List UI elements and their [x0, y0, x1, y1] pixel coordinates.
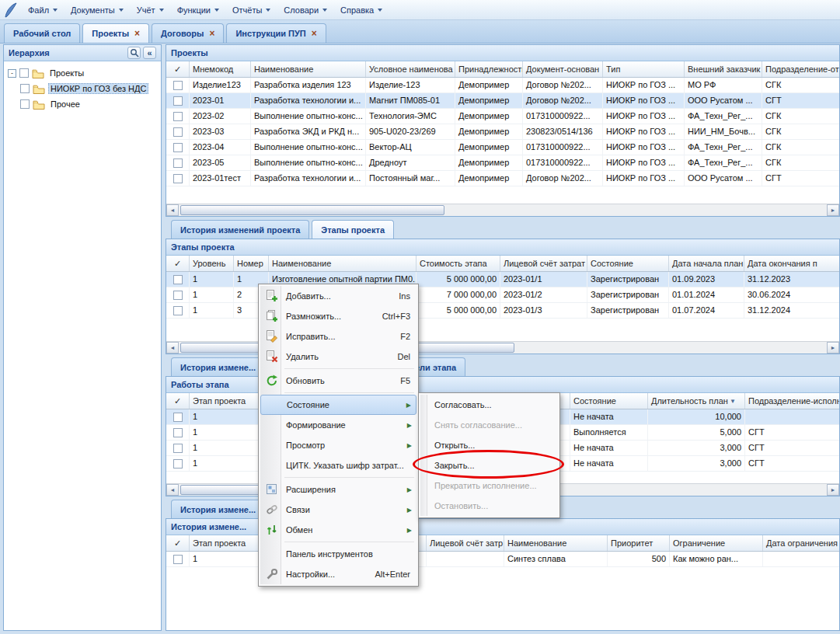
row-checkbox[interactable]	[173, 291, 183, 300]
menu-item-edit[interactable]: Исправить...F2	[260, 326, 417, 347]
select-all-header[interactable]: ✓	[166, 535, 190, 551]
column-header-внешний-заказчик[interactable]: Внешний заказчик	[685, 61, 762, 77]
tab-проекты[interactable]: Проекты×	[82, 23, 149, 43]
tree-node-проекты[interactable]: -Проекты	[4, 65, 161, 81]
scroll-left-button[interactable]: ◄	[166, 204, 179, 216]
column-header-приоритет[interactable]: Приоритет	[608, 535, 670, 551]
collapse-toggle-icon[interactable]: -	[8, 69, 16, 78]
tree-node-прочее[interactable]: Прочее	[4, 96, 161, 112]
table-row[interactable]: 2023-02Выполнение опытно-конс...Технолог…	[166, 109, 839, 124]
column-header-стоимость-этапа[interactable]: Стоимость этапа	[417, 256, 500, 271]
scroll-right-button[interactable]: ►	[827, 204, 839, 216]
table-row[interactable]: 2023-03Разработка ЭКД и РКД н...905-U020…	[166, 124, 839, 140]
menu-item-settings[interactable]: Настройки...Alt+Enter	[260, 564, 417, 584]
column-header-дата-ограничения[interactable]: Дата ограничения	[763, 535, 839, 551]
menubar-item-учёт[interactable]: Учёт	[131, 2, 170, 18]
select-all-header[interactable]: ✓	[166, 256, 190, 271]
row-checkbox[interactable]	[173, 306, 183, 315]
column-header-дата-начала-план[interactable]: Дата начала план	[669, 256, 744, 271]
scroll-track[interactable]	[179, 204, 827, 216]
column-header-дата-окончания-п[interactable]: Дата окончания п	[744, 256, 839, 271]
menubar-item-функции[interactable]: Функции	[171, 2, 225, 18]
column-header-наименование[interactable]: Наименование	[269, 256, 417, 271]
menu-item-add[interactable]: Добавить...Ins	[260, 286, 417, 306]
scroll-right-button[interactable]: ►	[827, 484, 839, 496]
row-checkbox[interactable]	[173, 413, 183, 422]
row-checkbox[interactable]	[173, 143, 183, 152]
menu-item-open[interactable]: Открыть...	[420, 435, 558, 455]
row-checkbox[interactable]	[173, 96, 183, 106]
tree-checkbox[interactable]	[19, 68, 29, 78]
menu-item-close[interactable]: Закрыть...	[420, 455, 558, 476]
column-header-этап-проекта[interactable]: Этап проекта	[190, 535, 260, 551]
tab-договоры[interactable]: Договоры×	[152, 23, 224, 43]
menubar-item-документы[interactable]: Документы	[64, 2, 130, 18]
tab-история-измене[interactable]: История измене...	[171, 357, 265, 376]
scroll-right-button[interactable]: ►	[827, 342, 839, 354]
column-header-подразделение-от[interactable]: Подразделение-от	[762, 61, 839, 77]
close-tab-icon[interactable]: ×	[134, 30, 140, 37]
row-checkbox[interactable]	[173, 444, 183, 453]
tab-рабочий-стол[interactable]: Рабочий стол	[4, 23, 80, 43]
column-header-состояние[interactable]: Состояние	[570, 393, 648, 409]
column-header-принадлежность[interactable]: Принадлежность	[455, 61, 523, 77]
select-all-header[interactable]: ✓	[166, 61, 190, 77]
column-header-этап-проекта[interactable]: Этап проекта	[190, 393, 260, 409]
tree-checkbox[interactable]	[20, 99, 30, 109]
column-header-наименование[interactable]: Наименование	[504, 535, 608, 551]
menu-item-delete[interactable]: УдалитьDel	[260, 347, 417, 367]
tab-этапы-проекта[interactable]: Этапы проекта	[312, 220, 394, 239]
menubar-item-справка[interactable]: Справка	[334, 2, 389, 18]
row-checkbox[interactable]	[173, 459, 183, 469]
column-header-документ-основан[interactable]: Документ-основан	[523, 61, 603, 77]
scroll-left-button[interactable]: ◄	[166, 484, 179, 496]
table-row[interactable]: 2023-01тестРазработка технологии и...Пос…	[166, 171, 839, 186]
menu-item-view[interactable]: Просмотр▶	[260, 435, 417, 455]
column-header-условное-наименова[interactable]: Условное наименова	[366, 61, 455, 77]
menu-item-state[interactable]: Состояние▶	[260, 395, 417, 415]
column-header-номер[interactable]: Номер	[234, 256, 269, 271]
menubar-item-файл[interactable]: Файл	[22, 2, 64, 18]
search-button[interactable]	[127, 47, 141, 59]
table-row[interactable]: Изделие123Разработка изделия 123Изделие-…	[166, 78, 839, 93]
row-checkbox[interactable]	[173, 275, 183, 284]
collapse-panel-button[interactable]: «	[143, 47, 156, 59]
menu-item-refresh[interactable]: ОбновитьF5	[260, 371, 417, 391]
table-row[interactable]: 2023-04Выполнение опытно-конс...Вектор-А…	[166, 140, 839, 155]
menu-item-extensions[interactable]: Расширения▶	[260, 479, 417, 500]
menu-item-citk[interactable]: ЦИТК. Указать шифр затрат...	[260, 455, 417, 476]
column-header-мнемокод[interactable]: Мнемокод	[190, 61, 251, 77]
row-checkbox[interactable]	[173, 428, 183, 437]
scroll-thumb[interactable]	[180, 205, 444, 215]
row-checkbox[interactable]	[173, 555, 183, 564]
menu-item-formation[interactable]: Формирование▶	[260, 415, 417, 435]
menu-item-links[interactable]: Связи▶	[260, 500, 417, 520]
tab-история-измене[interactable]: История измене...	[171, 500, 265, 518]
horizontal-scrollbar[interactable]: ◄►	[166, 204, 839, 216]
column-header-длительность-план[interactable]: Длительность план▼	[648, 393, 745, 409]
column-header-уровень[interactable]: Уровень	[190, 256, 234, 271]
column-header-лицевой-счёт-затр[interactable]: Лицевой счёт затр	[427, 535, 504, 551]
row-checkbox[interactable]	[173, 112, 183, 121]
menu-item-exchange[interactable]: Обмен▶	[260, 520, 417, 540]
tab-история-изменений-проекта[interactable]: История изменений проекта	[171, 220, 309, 239]
row-checkbox[interactable]	[173, 81, 183, 90]
menu-item-approve[interactable]: Согласовать...	[420, 395, 558, 415]
menu-item-toolbar[interactable]: Панель инструментов	[260, 544, 417, 564]
table-row[interactable]: 2023-05Выполнение опытно-конс...Дредноут…	[166, 155, 839, 171]
row-checkbox[interactable]	[173, 127, 183, 137]
column-header-наименование[interactable]: Наименование	[251, 61, 366, 77]
column-header-состояние[interactable]: Состояние	[587, 256, 669, 271]
close-tab-icon[interactable]: ×	[312, 30, 317, 37]
tree-checkbox[interactable]	[20, 84, 30, 93]
scroll-left-button[interactable]: ◄	[166, 342, 179, 354]
column-header-ограничение[interactable]: Ограничение	[670, 535, 763, 551]
table-row[interactable]: 2023-01Разработка технологии и...Магнит …	[166, 93, 839, 109]
column-header-тип[interactable]: Тип	[603, 61, 685, 77]
menu-item-duplicate[interactable]: Размножить...Ctrl+F3	[260, 306, 417, 326]
menubar-item-словари[interactable]: Словари	[277, 2, 333, 18]
tree-node-ниокр-по-гоз-без-ндс[interactable]: НИОКР по ГОЗ без НДС	[4, 81, 161, 96]
row-checkbox[interactable]	[173, 158, 183, 168]
row-checkbox[interactable]	[173, 174, 183, 183]
column-header-подразделение-исполн[interactable]: Подразделение-исполн	[745, 393, 839, 409]
